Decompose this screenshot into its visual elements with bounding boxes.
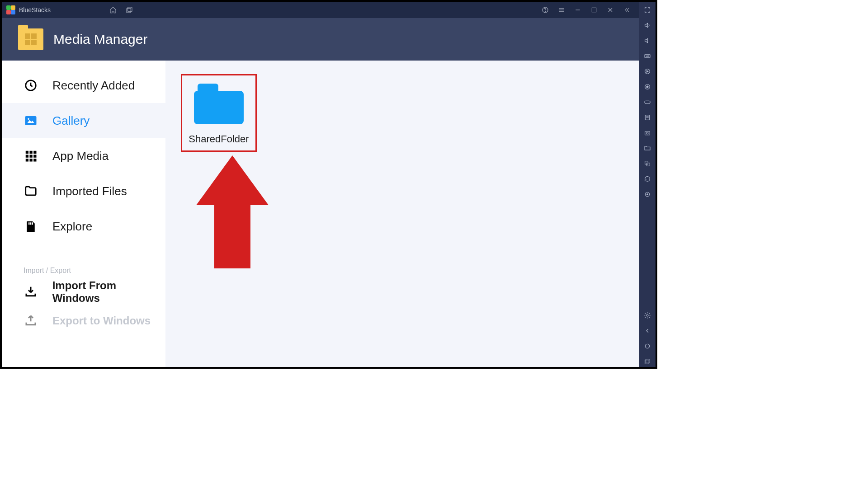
svg-rect-4 [592,8,596,12]
sidebar-item-label: Explore [52,220,92,234]
sd-card-icon [24,219,38,234]
sidebar-item-explore[interactable]: Explore [2,209,165,244]
sidebar-action-label: Export to Windows [52,314,151,327]
media-manager-folder-icon [18,28,43,50]
svg-rect-13 [33,155,36,158]
app-header: Media Manager [2,18,639,61]
svg-rect-14 [26,159,28,161]
import-icon [24,285,38,299]
svg-point-24 [646,86,648,88]
gamepad-icon[interactable] [642,97,653,108]
collapse-icon[interactable] [621,5,632,15]
svg-rect-17 [28,222,30,225]
help-icon[interactable] [540,5,551,15]
svg-rect-12 [30,155,33,158]
folder-icon [194,84,244,124]
sidebar-item-recently-added[interactable]: Recently Added [2,68,165,103]
location-icon[interactable] [642,189,653,200]
svg-rect-18 [30,222,32,225]
rotate-icon[interactable] [642,174,653,184]
svg-rect-8 [26,151,28,154]
sidebar-item-label: App Media [52,149,108,163]
svg-point-31 [647,194,648,195]
svg-rect-15 [30,159,33,161]
sidebar-item-label: Gallery [52,114,90,128]
annotation-arrow-icon [196,155,269,268]
sidebar-action-label: Import From Windows [52,279,165,305]
clock-icon [24,78,38,93]
right-toolbar [639,2,656,367]
svg-point-32 [646,314,648,316]
macro-record-icon[interactable] [642,81,653,92]
android-home-icon[interactable] [642,341,653,352]
apps-icon [24,149,38,163]
svg-rect-1 [127,9,131,13]
back-icon[interactable] [642,325,653,336]
sidebar-item-app-media[interactable]: App Media [2,138,165,174]
screenshot-icon[interactable] [642,127,653,138]
maximize-icon[interactable] [589,5,599,15]
folder-icon[interactable] [642,143,653,154]
hamburger-icon[interactable] [556,5,567,15]
sidebar-item-label: Recently Added [52,79,135,93]
svg-rect-28 [645,161,648,164]
svg-point-7 [28,118,29,120]
bluestacks-logo-icon [6,5,15,14]
image-icon [24,113,38,128]
svg-rect-19 [32,222,33,225]
app-name-label: BlueStacks [19,6,51,14]
sidebar-item-label: Imported Files [52,184,127,198]
volume-down-icon[interactable] [642,35,653,46]
settings-icon[interactable] [642,310,653,321]
sidebar: Recently Added Gallery App Media [2,61,165,367]
folder-label: SharedFolder [185,133,253,145]
sidebar-action-export[interactable]: Export to Windows [2,306,165,335]
svg-rect-29 [647,163,650,166]
keyboard-icon[interactable] [642,51,653,61]
svg-rect-9 [30,151,33,154]
sidebar-action-import[interactable]: Import From Windows [2,277,165,306]
svg-rect-0 [128,7,132,11]
svg-rect-26 [645,131,650,135]
svg-point-27 [646,132,648,134]
svg-marker-20 [196,155,269,268]
multi-window-icon[interactable] [124,5,135,15]
svg-rect-35 [645,360,649,364]
volume-up-icon[interactable] [642,20,653,31]
macro-play-icon[interactable] [642,66,653,77]
svg-rect-11 [26,155,28,158]
multi-instance-icon[interactable] [642,158,653,169]
minimize-icon[interactable] [572,5,583,15]
fullscreen-icon[interactable] [642,5,653,15]
folder-sharedfolder[interactable]: SharedFolder [181,74,257,152]
close-icon[interactable] [605,5,616,15]
home-icon[interactable] [108,5,118,15]
folder-outline-icon [24,184,38,198]
svg-point-3 [545,11,545,12]
recents-icon[interactable] [642,356,653,367]
content-area: SharedFolder [165,61,639,367]
svg-rect-16 [33,159,36,161]
svg-rect-21 [645,55,650,58]
page-title: Media Manager [53,32,147,47]
svg-rect-34 [646,359,650,363]
export-icon [24,314,38,328]
sidebar-item-imported-files[interactable]: Imported Files [2,174,165,209]
sidebar-section-label: Import / Export [2,267,165,275]
install-apk-icon[interactable] [642,112,653,123]
titlebar: BlueStacks [2,2,639,18]
svg-rect-10 [33,151,36,154]
svg-point-33 [645,344,649,348]
sidebar-item-gallery[interactable]: Gallery [2,103,165,138]
svg-rect-6 [25,116,37,125]
